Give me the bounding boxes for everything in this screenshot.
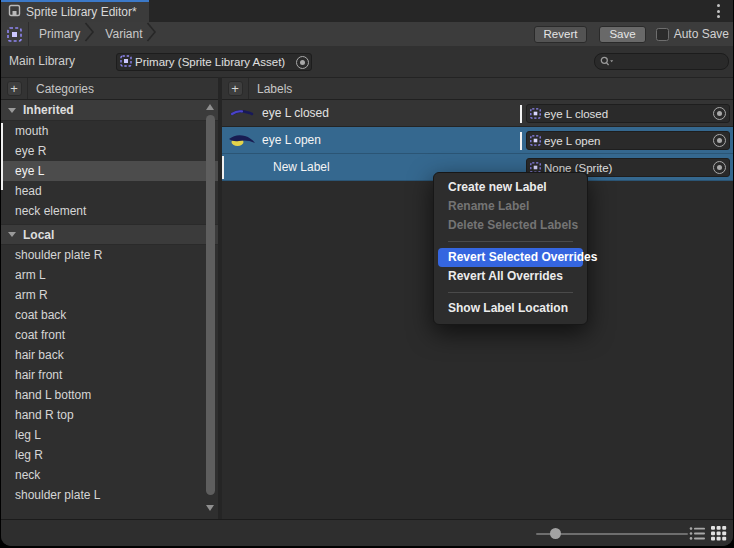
screenshot-frame: Sprite Library Editor* PrimaryVariant Re… (0, 0, 734, 548)
auto-save-checkbox[interactable] (656, 28, 669, 41)
object-picker-icon[interactable] (713, 161, 726, 174)
sprite-object-value: eye L open (541, 135, 711, 147)
tab-title: Sprite Library Editor* (26, 5, 137, 19)
main-library-label: Main Library (9, 54, 75, 68)
object-picker-icon[interactable] (713, 107, 726, 120)
categories-panel: Inheritedmoutheye Reye Lheadneck element… (1, 100, 218, 519)
labels-list: eye L closedeye L closedeye L openeye L … (222, 100, 733, 181)
category-item-neck-element[interactable]: neck element (1, 201, 218, 221)
category-item-shoulder-plate-r[interactable]: shoulder plate R (1, 245, 218, 265)
grid-view-icon[interactable] (711, 526, 727, 541)
category-item-eye-l[interactable]: eye L (1, 161, 218, 181)
category-item-arm-r[interactable]: arm R (1, 285, 218, 305)
tab-sprite-library-editor[interactable]: Sprite Library Editor* (1, 0, 149, 22)
category-item-neck[interactable]: neck (1, 465, 218, 485)
categories-list: Inheritedmoutheye Reye Lheadneck element… (1, 100, 218, 505)
label-row-eye-l-open[interactable]: eye L openeye L open (222, 127, 733, 154)
menu-divider (448, 241, 573, 242)
override-marker (222, 156, 224, 179)
category-item-arm-l[interactable]: arm L (1, 265, 218, 285)
sprite-library-editor-window: Sprite Library Editor* PrimaryVariant Re… (1, 0, 733, 546)
toolbar: PrimaryVariant Revert Save Auto Save (1, 22, 733, 46)
sprite-field-group: eye L closed (520, 104, 730, 123)
menu-item-revert-selected-overrides[interactable]: Revert Selected Overrides (438, 248, 583, 267)
kebab-menu-icon[interactable] (717, 4, 721, 18)
auto-save-label: Auto Save (674, 27, 729, 41)
view-mode-icons (689, 526, 727, 541)
sprite-asset-mini-icon (120, 53, 132, 71)
breadcrumb-label: Variant (95, 27, 146, 41)
labels-header: + Labels (222, 77, 733, 100)
add-category-button[interactable]: + (1, 78, 28, 99)
label-name: New Label (273, 160, 330, 174)
eye-closed-thumbnail (227, 107, 257, 119)
main-library-row: Main Library Primary (Sprite Library Ass… (1, 46, 733, 77)
category-item-shoulder-plate-l[interactable]: shoulder plate L (1, 485, 218, 505)
label-name: eye L closed (262, 106, 329, 120)
category-override-indicator (1, 123, 3, 190)
sprite-object-field[interactable]: eye L open (526, 131, 730, 150)
tab-strip: Sprite Library Editor* (1, 0, 733, 22)
panel-headers: + Categories + Labels (1, 77, 733, 100)
plus-icon: + (7, 81, 22, 96)
section-title: Inherited (23, 103, 74, 117)
sprite-field-group: eye L open (520, 131, 730, 150)
category-item-leg-l[interactable]: leg L (1, 425, 218, 445)
menu-item-create-new-label[interactable]: Create new Label (438, 178, 583, 197)
save-button[interactable]: Save (599, 26, 645, 43)
add-label-button[interactable]: + (222, 78, 249, 99)
plus-icon: + (228, 81, 243, 96)
menu-item-revert-all-overrides[interactable]: Revert All Overrides (438, 267, 583, 286)
scroll-up-icon[interactable] (206, 104, 214, 110)
category-item-hand-l-bottom[interactable]: hand L bottom (1, 385, 218, 405)
sprite-object-field[interactable]: eye L closed (526, 104, 730, 123)
category-item-eye-r[interactable]: eye R (1, 141, 218, 161)
main-library-object-field[interactable]: Primary (Sprite Library Asset) (116, 53, 312, 71)
sprite-object-value: eye L closed (541, 108, 711, 120)
category-item-mouth[interactable]: mouth (1, 121, 218, 141)
label-name: eye L open (262, 133, 321, 147)
menu-item-rename-label: Rename Label (438, 197, 583, 216)
bottom-bar (1, 519, 733, 546)
object-picker-icon[interactable] (296, 56, 309, 69)
scroll-down-icon[interactable] (206, 505, 214, 511)
thumbnail-size-slider[interactable] (536, 533, 688, 535)
list-view-icon[interactable] (689, 526, 706, 541)
menu-item-show-label-location[interactable]: Show Label Location (438, 299, 583, 318)
label-row-eye-l-closed[interactable]: eye L closedeye L closed (222, 100, 733, 127)
main-library-object-value: Primary (Sprite Library Asset) (132, 56, 294, 68)
category-item-hair-front[interactable]: hair front (1, 365, 218, 385)
category-item-coat-back[interactable]: coat back (1, 305, 218, 325)
search-input[interactable] (615, 56, 715, 68)
sprite-mini-icon (530, 105, 541, 123)
scrollbar-thumb[interactable] (206, 115, 215, 495)
revert-button[interactable]: Revert (534, 26, 588, 43)
category-item-leg-r[interactable]: leg R (1, 445, 218, 465)
category-section-inherited[interactable]: Inherited (1, 100, 218, 121)
section-title: Local (23, 228, 54, 242)
slider-handle[interactable] (550, 528, 561, 539)
category-item-hand-r-top[interactable]: hand R top (1, 405, 218, 425)
breadcrumb: PrimaryVariant (29, 22, 157, 46)
chevron-right-icon (84, 22, 95, 46)
object-picker-icon[interactable] (713, 134, 726, 147)
category-section-local[interactable]: Local (1, 224, 218, 245)
categories-header-label: Categories (28, 82, 94, 96)
menu-item-delete-selected-labels: Delete Selected Labels (438, 216, 583, 235)
chevron-right-icon (146, 22, 157, 46)
override-bar (520, 132, 522, 150)
category-item-coat-front[interactable]: coat front (1, 325, 218, 345)
categories-header: + Categories (1, 77, 218, 100)
menu-divider (448, 292, 573, 293)
breadcrumb-item-variant[interactable]: Variant (95, 22, 157, 46)
breadcrumb-item-primary[interactable]: Primary (29, 22, 95, 46)
labels-header-label: Labels (249, 82, 292, 96)
search-field[interactable] (594, 53, 729, 70)
category-item-hair-back[interactable]: hair back (1, 345, 218, 365)
category-item-head[interactable]: head (1, 181, 218, 201)
search-icon (600, 56, 615, 67)
foldout-arrow-icon (8, 108, 16, 113)
toolbar-actions: Revert Save Auto Save (534, 26, 733, 43)
categories-scrollbar[interactable] (205, 102, 216, 513)
sprite-library-asset-icon (1, 22, 29, 46)
